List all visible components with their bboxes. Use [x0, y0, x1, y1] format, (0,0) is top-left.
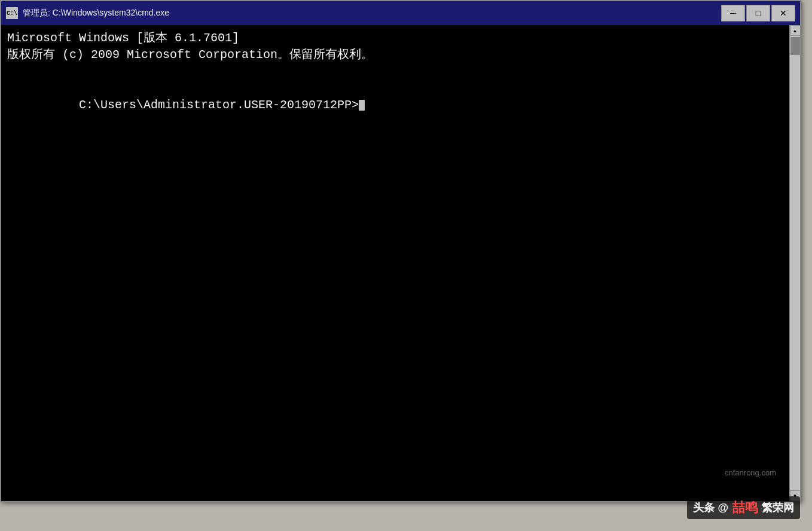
- close-button[interactable]: ✕: [771, 5, 795, 22]
- terminal-line-4: C:\Users\Administrator.USER-20190712PP>: [7, 80, 783, 130]
- terminal-line-2: 版权所有 (c) 2009 Microsoft Corporation。保留所有…: [7, 47, 783, 63]
- terminal-line-1: Microsoft Windows [版本 6.1.7601]: [7, 30, 783, 47]
- watermark-logo-icon: 喆鸣: [732, 499, 758, 517]
- watermark-suffix: 繁荣网: [762, 501, 794, 515]
- cursor-block: [359, 100, 365, 111]
- terminal-scrollbar[interactable]: ▲ ▼: [789, 25, 800, 501]
- maximize-button[interactable]: □: [746, 5, 770, 22]
- window-title: 管理员: C:\Windows\system32\cmd.exe: [23, 8, 721, 19]
- terminal-line-3: [7, 63, 783, 80]
- cmd-icon: C:\: [6, 7, 18, 19]
- scrollbar-up-button[interactable]: ▲: [790, 25, 801, 36]
- terminal-area[interactable]: Microsoft Windows [版本 6.1.7601] 版权所有 (c)…: [1, 25, 800, 501]
- watermark-branding: 头条 @ 喆鸣 繁荣网: [687, 496, 800, 519]
- watermark-prefix: 头条 @: [693, 501, 728, 515]
- scrollbar-thumb[interactable]: [790, 37, 800, 55]
- title-bar: C:\ 管理员: C:\Windows\system32\cmd.exe ─ □…: [1, 1, 800, 25]
- minimize-button[interactable]: ─: [721, 5, 745, 22]
- cmd-window: C:\ 管理员: C:\Windows\system32\cmd.exe ─ □…: [0, 0, 801, 502]
- scrollbar-track: [790, 36, 800, 490]
- terminal-output: Microsoft Windows [版本 6.1.7601] 版权所有 (c)…: [1, 25, 789, 501]
- window-controls: ─ □ ✕: [721, 5, 795, 22]
